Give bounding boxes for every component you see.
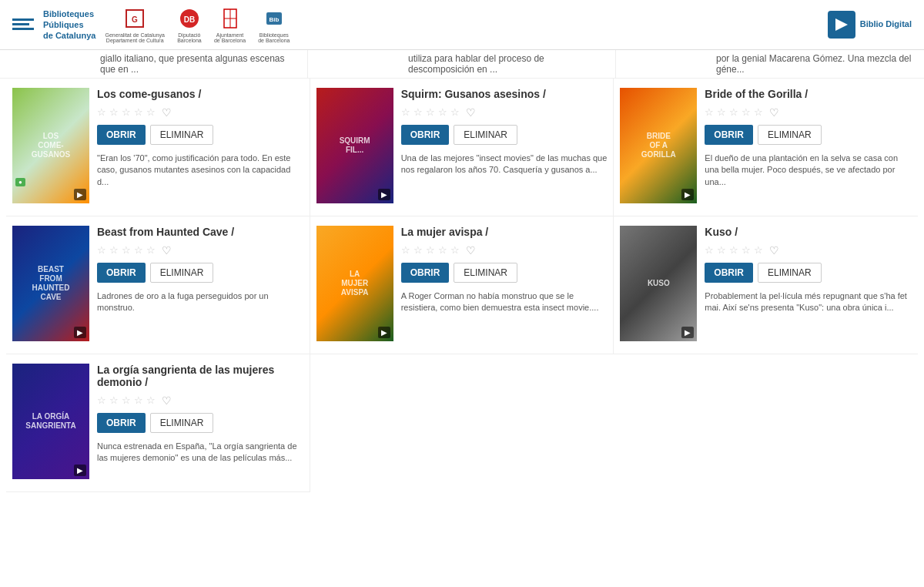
star-2[interactable]: ☆ xyxy=(717,245,728,256)
ajuntament-icon xyxy=(218,6,243,31)
favorite-heart-icon[interactable]: ♡ xyxy=(769,106,779,119)
item-card: BRIDE of a GORILLA ▶ Bride of the Gorill… xyxy=(614,79,918,216)
favorite-heart-icon[interactable]: ♡ xyxy=(162,106,172,119)
star-4[interactable]: ☆ xyxy=(134,245,145,256)
favorite-heart-icon[interactable]: ♡ xyxy=(466,106,476,119)
generalitat-icon: G xyxy=(122,6,147,31)
star-1[interactable]: ☆ xyxy=(97,395,108,406)
star-3[interactable]: ☆ xyxy=(122,245,132,256)
open-button[interactable]: OBRIR xyxy=(97,263,146,283)
open-button[interactable]: OBRIR xyxy=(97,125,146,145)
biblioteques-bcn-icon: Bib xyxy=(262,6,286,31)
item-info: Bride of the Gorilla / ☆ ☆ ☆ ☆ ☆ ♡ OBRIR… xyxy=(705,88,912,203)
star-rating[interactable]: ☆ ☆ ☆ ☆ ☆ xyxy=(97,107,157,118)
star-1[interactable]: ☆ xyxy=(705,107,715,118)
generalitat-text: Generalitat de CatalunyaDepartament de C… xyxy=(105,32,164,43)
star-4[interactable]: ☆ xyxy=(134,395,145,406)
svg-text:Bib: Bib xyxy=(269,16,279,23)
item-title: Kuso / xyxy=(705,226,912,238)
delete-button[interactable]: ELIMINAR xyxy=(758,125,822,145)
open-button[interactable]: OBRIR xyxy=(401,263,450,283)
item-cover[interactable]: BRIDE of a GORILLA ▶ xyxy=(620,88,697,203)
star-2[interactable]: ☆ xyxy=(717,107,728,118)
open-button[interactable]: OBRIR xyxy=(705,125,753,145)
star-5[interactable]: ☆ xyxy=(450,245,461,256)
star-3[interactable]: ☆ xyxy=(426,245,437,256)
item-cover[interactable]: KUSO ▶ xyxy=(620,226,697,341)
star-4[interactable]: ☆ xyxy=(742,107,752,118)
star-rating[interactable]: ☆ ☆ ☆ ☆ ☆ xyxy=(705,245,765,256)
favorite-heart-icon[interactable]: ♡ xyxy=(769,244,779,257)
favorite-heart-icon[interactable]: ♡ xyxy=(162,394,172,407)
star-3[interactable]: ☆ xyxy=(426,107,437,118)
item-buttons: OBRIR ELIMINAR xyxy=(705,263,912,283)
favorite-heart-icon[interactable]: ♡ xyxy=(466,244,476,257)
star-rating[interactable]: ☆ ☆ ☆ ☆ ☆ xyxy=(97,395,157,406)
biblio-digital-logo[interactable]: Biblio Digital xyxy=(828,11,912,39)
delete-button[interactable]: ELIMINAR xyxy=(150,413,214,433)
star-5[interactable]: ☆ xyxy=(754,107,765,118)
delete-button[interactable]: ELIMINAR xyxy=(454,125,517,145)
star-3[interactable]: ☆ xyxy=(729,245,740,256)
star-2[interactable]: ☆ xyxy=(109,245,120,256)
item-cover[interactable]: SQUIRM FIL... ▶ xyxy=(316,88,393,203)
item-buttons: OBRIR ELIMINAR xyxy=(401,125,608,145)
star-rating[interactable]: ☆ ☆ ☆ ☆ ☆ xyxy=(401,107,461,118)
header: BibliotequesPúbliquesde Catalunya G Gene… xyxy=(0,0,924,50)
star-5[interactable]: ☆ xyxy=(754,245,765,256)
diputacio-icon: DB xyxy=(177,6,202,31)
open-button[interactable]: OBRIR xyxy=(97,413,146,433)
biblioteques-bcn-logo: Bib Bibliotequesde Barcelona xyxy=(258,6,290,43)
star-1[interactable]: ☆ xyxy=(97,107,108,118)
film-badge-icon: ▶ xyxy=(74,465,86,476)
star-1[interactable]: ☆ xyxy=(401,107,412,118)
open-button[interactable]: OBRIR xyxy=(705,263,753,283)
delete-button[interactable]: ELIMINAR xyxy=(150,125,214,145)
star-5[interactable]: ☆ xyxy=(146,395,157,406)
item-card: LA ORGÍA SANGRIENTA ▶ La orgía sangrient… xyxy=(6,354,310,492)
diputacio-text: DiputacióBarcelona xyxy=(177,32,202,43)
item-info: La orgía sangrienta de las mujeres demon… xyxy=(97,364,303,479)
item-cover[interactable]: LOS COME- GUSANOS ● ▶ xyxy=(12,88,89,203)
star-rating[interactable]: ☆ ☆ ☆ ☆ ☆ xyxy=(401,245,461,256)
star-4[interactable]: ☆ xyxy=(438,107,449,118)
item-cover[interactable]: BEAST FROM HAUNTED CAVE ▶ xyxy=(12,226,89,341)
star-2[interactable]: ☆ xyxy=(109,395,120,406)
delete-button[interactable]: ELIMINAR xyxy=(150,263,214,283)
cutoff-cell-1: giallo italiano, que presenta algunas es… xyxy=(0,50,308,78)
favorite-heart-icon[interactable]: ♡ xyxy=(162,244,172,257)
item-card: SQUIRM FIL... ▶ Squirm: Gusanos asesinos… xyxy=(310,79,614,216)
star-rating[interactable]: ☆ ☆ ☆ ☆ ☆ xyxy=(705,107,765,118)
star-2[interactable]: ☆ xyxy=(109,107,120,118)
star-4[interactable]: ☆ xyxy=(134,107,145,118)
star-1[interactable]: ☆ xyxy=(97,245,108,256)
star-5[interactable]: ☆ xyxy=(146,245,157,256)
item-buttons: OBRIR ELIMINAR xyxy=(97,263,303,283)
cover-text: KUSO xyxy=(644,276,673,291)
star-rating[interactable]: ☆ ☆ ☆ ☆ ☆ xyxy=(97,245,157,256)
cutoff-row: giallo italiano, que presenta algunas es… xyxy=(0,50,924,79)
star-4[interactable]: ☆ xyxy=(742,245,752,256)
item-description: Ladrones de oro a la fuga perseguidos po… xyxy=(97,290,303,314)
open-button[interactable]: OBRIR xyxy=(401,125,450,145)
item-cover[interactable]: LA MUJER AVISPA ▶ xyxy=(316,226,393,341)
star-2[interactable]: ☆ xyxy=(413,107,424,118)
star-2[interactable]: ☆ xyxy=(413,245,424,256)
item-buttons: OBRIR ELIMINAR xyxy=(401,263,608,283)
bpc-logo[interactable]: BibliotequesPúbliquesde Catalunya xyxy=(12,8,95,42)
film-badge-icon: ▶ xyxy=(681,189,694,200)
star-3[interactable]: ☆ xyxy=(729,107,740,118)
biblio-digital-icon xyxy=(828,11,855,39)
item-description: Nunca estrenada en España, "La orgía san… xyxy=(97,441,303,465)
delete-button[interactable]: ELIMINAR xyxy=(454,263,517,283)
star-1[interactable]: ☆ xyxy=(401,245,412,256)
star-4[interactable]: ☆ xyxy=(438,245,449,256)
star-5[interactable]: ☆ xyxy=(146,107,157,118)
star-5[interactable]: ☆ xyxy=(450,107,461,118)
item-cover[interactable]: LA ORGÍA SANGRIENTA ▶ xyxy=(12,364,89,479)
star-3[interactable]: ☆ xyxy=(122,107,132,118)
delete-button[interactable]: ELIMINAR xyxy=(758,263,822,283)
star-3[interactable]: ☆ xyxy=(122,395,132,406)
item-description: Una de las mejores "insect movies" de la… xyxy=(401,153,608,176)
star-1[interactable]: ☆ xyxy=(705,245,715,256)
